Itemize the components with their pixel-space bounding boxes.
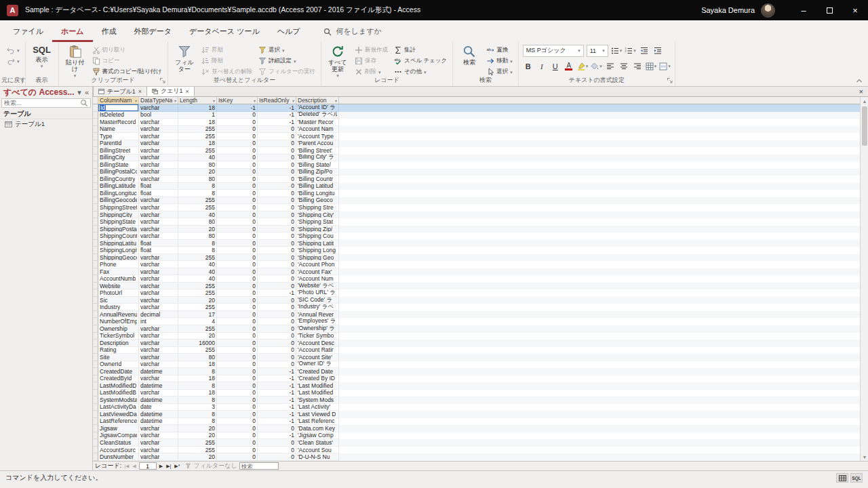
cell-description[interactable]: 'Industry' ラベ [296,304,339,311]
new-blank-record-button[interactable]: ▶* [174,464,180,469]
cell-datatypename[interactable]: varchar [139,432,178,440]
table-row[interactable]: PhotoUrl varchar 255 0 -1 'Photo URL' ラ [93,289,860,297]
table-row[interactable]: CleanStatus varchar 255 0 0 'Clean Statu… [93,439,860,447]
cell-isreadonly[interactable]: 0 [258,226,296,233]
table-row[interactable]: Jigsaw varchar 20 0 0 'Data.com Key [93,425,860,432]
cell-columnname[interactable]: BillingState [98,161,139,169]
cell-description[interactable]: 'Account Desc [296,340,339,347]
cell-columnname[interactable]: CreatedDate [98,368,139,375]
spelling-button[interactable]: abc スペル チェック [393,56,448,66]
table-row[interactable]: ParentId varchar 18 0 0 'Parent Accou [93,140,860,148]
cell-isreadonly[interactable]: 0 [258,311,296,319]
select-button[interactable]: 選択 ▾ [485,67,514,77]
table-row[interactable]: ShippingStreet varchar 255 0 0 'Shipping… [93,204,860,211]
cell-length[interactable]: 255 [178,147,217,155]
cell-columnname[interactable]: BillingStreet [98,147,139,155]
cell-iskey[interactable]: 0 [217,354,258,361]
column-header-columnname[interactable]: ColumnNam▾ [98,97,139,104]
cell-datatypename[interactable]: float [139,247,178,254]
last-record-button[interactable]: ▶| [165,464,172,469]
cell-columnname[interactable]: Jigsaw [98,425,139,432]
cell-columnname[interactable]: Industry [98,304,139,311]
table-row[interactable]: MasterRecord varchar 18 0 -1 'Master Rec… [93,119,860,126]
cell-length[interactable]: 255 [178,439,217,447]
cell-description[interactable]: 'Last Referenc [296,418,339,426]
cell-isreadonly[interactable]: 0 [258,190,296,197]
cell-columnname[interactable]: Type [98,133,139,140]
cell-length[interactable]: 20 [178,425,217,432]
row-selector[interactable] [93,197,98,205]
column-dropdown-icon[interactable]: ▾ [135,98,137,103]
cell-description[interactable]: 'Account Ratir [296,347,339,354]
selection-filter-button[interactable]: 選択 ▾ [257,45,317,55]
cell-iskey[interactable]: 0 [217,289,258,297]
cell-columnname[interactable]: Fax [98,268,139,276]
cell-length[interactable]: 255 [178,254,217,262]
cell-datatypename[interactable]: date [139,404,178,411]
cell-length[interactable]: 20 [178,226,217,233]
cell-description[interactable]: 'Shipping Stre [296,204,339,211]
cell-description[interactable]: 'Data.com Key [296,425,339,432]
new-record-button[interactable]: 新規作成 [353,45,389,55]
cell-isreadonly[interactable]: 0 [258,275,296,283]
cell-datatypename[interactable]: int [139,318,178,325]
alternate-row-color-button[interactable]: ▾ [659,61,671,72]
cell-datatypename[interactable]: varchar [139,283,178,290]
cell-isreadonly[interactable]: 0 [258,232,296,240]
cell-isreadonly[interactable]: -1 [258,411,296,418]
row-selector[interactable] [93,375,98,383]
find-button[interactable]: 検索 [457,44,481,66]
cell-length[interactable]: 8 [178,190,217,197]
cell-columnname[interactable]: ShippingState [98,218,139,226]
scroll-down-icon[interactable]: ▼ [861,453,868,461]
cell-isreadonly[interactable]: 0 [258,218,296,226]
table-row[interactable]: SystemModsta datetime 8 0 -1 'System Mod… [93,396,860,404]
cell-isreadonly[interactable]: 0 [258,176,296,183]
close-tab-icon[interactable]: × [186,88,189,95]
cell-iskey[interactable]: 0 [217,226,258,233]
cell-columnname[interactable]: SystemModsta [98,396,139,404]
cell-columnname[interactable]: ShippingGeoco [98,254,139,262]
cell-isreadonly[interactable]: 0 [258,268,296,276]
row-selector[interactable] [93,140,98,148]
nav-group-tables[interactable]: テーブル [0,109,92,119]
cell-isreadonly[interactable]: -1 [258,119,296,126]
cell-isreadonly[interactable]: -1 [258,104,296,112]
cell-description[interactable]: 'Account Fax' [296,268,339,276]
tell-me-search[interactable]: 何をしますか [323,26,381,42]
table-row[interactable]: OwnerId varchar 18 0 0 'Owner ID' ラ [93,361,860,369]
column-header-description[interactable]: Description▾ [296,97,339,104]
cell-length[interactable]: 3 [178,404,217,411]
cell-description[interactable]: 'Owner ID' ラ [296,361,339,369]
cell-length[interactable]: 8 [178,247,217,254]
select-all-cell[interactable] [93,97,98,104]
cell-description[interactable]: 'Ticker Symbo [296,333,339,340]
cell-columnname[interactable]: Sic [98,297,139,304]
totals-button[interactable]: 集計 [393,45,448,55]
first-record-button[interactable]: |◀ [123,464,130,469]
cell-iskey[interactable]: 0 [217,333,258,340]
cell-datatypename[interactable]: varchar [139,439,178,447]
cell-length[interactable]: 80 [178,218,217,226]
table-row[interactable]: IsDeleted bool 1 0 -1 'Deleted' ラベル [93,112,860,119]
table-row[interactable]: Rating varchar 255 0 0 'Account Ratir [93,347,860,354]
table-row[interactable]: Sic varchar 20 0 0 'SIC Code' ラ [93,297,860,304]
cell-description[interactable]: 'Billing Street' [296,147,339,155]
table-row[interactable]: AnnualRevenu decimal 17 0 0 'Annual Reve… [93,311,860,319]
cell-isreadonly[interactable]: -1 [258,382,296,390]
cell-isreadonly[interactable]: -1 [258,396,296,404]
underline-button[interactable]: U [550,61,561,72]
paste-button[interactable]: 貼り付け ▾ [63,44,87,78]
cell-iskey[interactable]: 0 [217,155,258,162]
cell-columnname[interactable]: LastReference [98,418,139,426]
row-selector[interactable] [93,176,98,183]
cell-isreadonly[interactable]: 0 [258,453,296,461]
cell-isreadonly[interactable]: 0 [258,361,296,369]
row-selector[interactable] [93,268,98,276]
cell-description[interactable]: 'Account Sou [296,447,339,454]
cell-iskey[interactable]: 0 [217,161,258,169]
avatar[interactable] [761,3,775,18]
cell-description[interactable]: 'Account Site' [296,354,339,361]
cell-isreadonly[interactable]: 0 [258,425,296,432]
row-selector[interactable] [93,275,98,283]
